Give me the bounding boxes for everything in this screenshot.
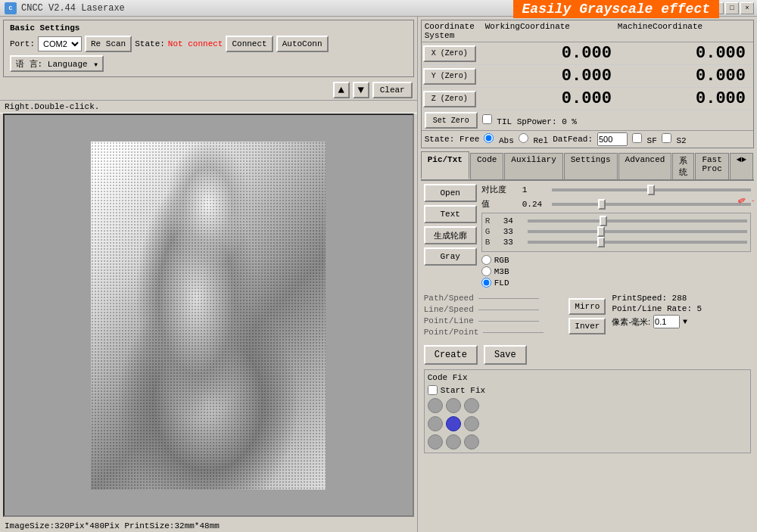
generate-contour-button[interactable]: 生成轮廓: [424, 226, 477, 244]
s2-checkbox-label: S2: [662, 133, 687, 145]
m3b-radio-label: M3B: [494, 267, 509, 276]
r-slider[interactable]: [528, 219, 747, 222]
z-zero-button[interactable]: Z (Zero): [423, 91, 476, 107]
connect-button[interactable]: Connect: [226, 36, 273, 52]
point-line-rate-label: Point/Line Rate: 5: [612, 304, 702, 313]
fix-dot-0-1[interactable]: [446, 398, 461, 413]
pixel-mm-label: 像素-毫米:: [612, 316, 650, 328]
r-value: 34: [503, 216, 525, 226]
create-button[interactable]: Create: [424, 345, 478, 365]
contrast-label: 对比度: [481, 184, 519, 195]
path-section: Path/Speed Line/Speed Point/Line Po: [424, 294, 751, 339]
canvas-area[interactable]: [3, 114, 414, 517]
close-button[interactable]: ×: [740, 2, 754, 14]
b-value: 33: [503, 238, 525, 247]
point-line-label: Point/Line: [424, 316, 474, 325]
status-bar: State: Free Abs Rel DatFead: SF S2: [422, 130, 753, 148]
contrast-slider[interactable]: [552, 188, 751, 191]
hint-text: Right.Double-click.: [5, 102, 99, 111]
hint-bar: Right.Double-click.: [0, 100, 417, 114]
image-preview: [91, 142, 326, 490]
path-left: Path/Speed Line/Speed Point/Line Po: [424, 294, 563, 339]
pixel-mm-dropdown[interactable]: ▼: [683, 318, 687, 326]
fix-dot-1-2[interactable]: [464, 416, 479, 431]
tab-more[interactable]: ◄►: [730, 153, 753, 179]
rescan-button[interactable]: Re Scan: [85, 36, 132, 52]
sf-checkbox-label: SF: [632, 133, 657, 145]
fix-dot-2-1[interactable]: [446, 434, 461, 450]
print-speed-row: PrintSpeed: 288: [612, 294, 751, 303]
fld-radio[interactable]: [481, 278, 491, 288]
open-button[interactable]: Open: [424, 184, 477, 202]
tab-pictxt[interactable]: Pic/Txt: [421, 151, 469, 179]
fix-dot-grid: [428, 398, 479, 450]
point-point-label: Point/Point: [424, 328, 479, 337]
x-coord-row: X (Zero) 0.000 0.000: [422, 42, 753, 65]
g-row: G 33: [485, 227, 747, 236]
pixel-mm-input[interactable]: [653, 315, 680, 328]
rgb-radio[interactable]: [481, 255, 491, 265]
app-title: CNCC V2.44 Laseraxe: [21, 3, 125, 14]
point-line-row: Point/Line: [424, 316, 563, 325]
point-point-row: Point/Point: [424, 328, 563, 337]
datfeed-label: DatFead:: [553, 135, 593, 144]
tab-settings[interactable]: Settings: [564, 153, 618, 179]
datfeed-input[interactable]: [597, 132, 628, 146]
autoconn-button[interactable]: AutoConn: [276, 36, 329, 52]
language-button[interactable]: 语 言: Language ▼: [10, 55, 104, 72]
tab-advanced[interactable]: Advanced: [618, 153, 672, 179]
start-fix-checkbox[interactable]: [428, 385, 438, 395]
down-arrow-button[interactable]: ▼: [353, 82, 369, 98]
m3b-radio[interactable]: [481, 266, 491, 276]
set-zero-button[interactable]: Set Zero: [425, 112, 478, 129]
coord-header: Coordinate System WorkingCoordinate Mach…: [422, 20, 753, 42]
x-working-value: 0.000: [484, 44, 618, 63]
y-zero-button[interactable]: Y (Zero): [423, 68, 476, 85]
text-button[interactable]: Text: [424, 205, 477, 223]
fix-dot-2-0[interactable]: [428, 434, 443, 450]
save-button[interactable]: Save: [484, 345, 527, 365]
maximize-button[interactable]: □: [725, 2, 739, 14]
gray-button[interactable]: Gray: [424, 247, 477, 266]
tab-bar: Pic/Txt Code Auxiliary Settings Advanced…: [421, 151, 754, 181]
s2-checkbox[interactable]: [662, 133, 671, 143]
code-fix-title: Code Fix: [428, 373, 747, 382]
tab-code[interactable]: Code: [470, 153, 503, 179]
rel-radio[interactable]: [519, 133, 528, 143]
til-label: TIL SpPower: 0 %: [482, 114, 577, 126]
coord-sys-label: Coordinate System: [425, 22, 485, 40]
fix-dot-0-2[interactable]: [464, 398, 479, 413]
fix-dot-1-1[interactable]: [446, 416, 461, 431]
tab-fastproc[interactable]: Fast Proc: [695, 153, 728, 179]
image-size-text: ImageSize:320Pix*480Pix PrintSize:32mm*4…: [5, 521, 220, 530]
m3b-radio-row: M3B: [481, 266, 751, 276]
machine-coord-label: MachineCoordinate: [618, 22, 750, 40]
code-fix-section: Code Fix Start Fix: [424, 369, 751, 453]
inver-button[interactable]: Inver: [569, 318, 606, 334]
mirro-button[interactable]: Mirro: [569, 298, 606, 315]
b-row: B 33: [485, 238, 747, 247]
up-arrow-button[interactable]: ▲: [333, 82, 350, 98]
til-checkbox[interactable]: [482, 114, 492, 124]
g-slider[interactable]: [528, 230, 747, 233]
port-select[interactable]: COM2: [38, 36, 82, 51]
fix-dot-0-0[interactable]: [428, 398, 443, 413]
clear-button[interactable]: Clear: [372, 82, 413, 98]
b-slider[interactable]: [528, 241, 747, 244]
abs-radio[interactable]: [484, 133, 494, 143]
y-working-value: 0.000: [484, 67, 618, 86]
b-label: B: [485, 238, 500, 247]
sf-checkbox[interactable]: [632, 133, 642, 143]
fix-dot-1-0[interactable]: [428, 416, 443, 431]
tab-auxiliary[interactable]: Auxiliary: [504, 153, 562, 179]
g-label: G: [485, 227, 500, 236]
value-slider[interactable]: [552, 203, 751, 206]
pixel-mm-row: 像素-毫米: ▼: [612, 315, 751, 328]
x-zero-button[interactable]: X (Zero): [423, 45, 476, 62]
rgb-radio-row: RGB: [481, 255, 751, 265]
value-label: 值: [481, 198, 519, 210]
z-working-value: 0.000: [484, 89, 618, 108]
coord-footer: Set Zero TIL SpPower: 0 %: [422, 110, 753, 130]
tab-system[interactable]: 系统: [672, 153, 694, 179]
fix-dot-2-2[interactable]: [464, 434, 479, 450]
